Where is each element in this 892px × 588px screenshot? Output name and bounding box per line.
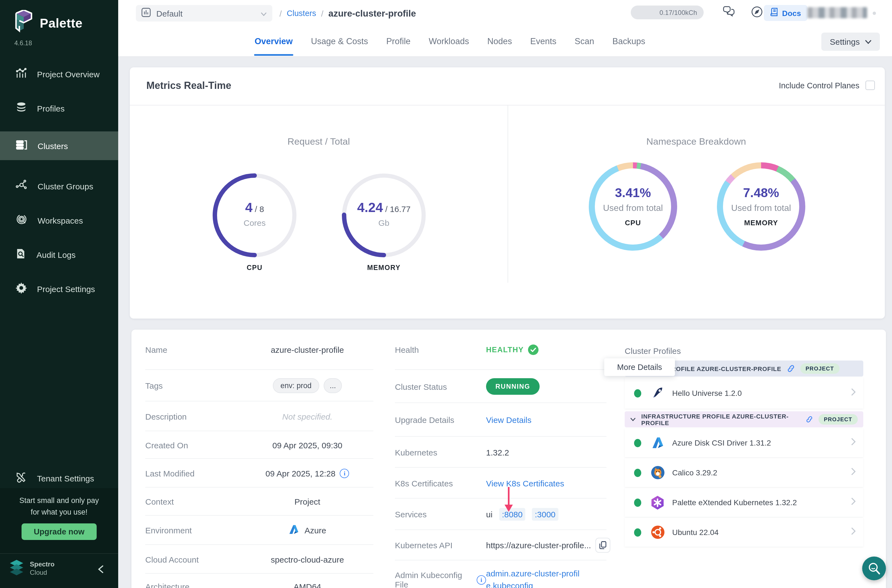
breadcrumb-clusters-link[interactable]: Clusters <box>287 9 316 18</box>
breadcrumb-separator: / <box>321 9 323 18</box>
tab-overview[interactable]: Overview <box>254 27 293 56</box>
context-label: Context <box>131 497 234 506</box>
namespace-memory-percent: 7.48% <box>717 186 805 200</box>
namespace-memory-donut: 7.48% Used from total MEMORY <box>717 162 805 250</box>
tab-profile[interactable]: Profile <box>386 27 411 56</box>
sidebar-item-label: Tenant Settings <box>37 473 94 483</box>
memory-used-value: 4.24 <box>357 200 383 215</box>
tab-workloads[interactable]: Workloads <box>428 27 470 56</box>
usage-quota-pill: 0.17/100kCh <box>631 6 704 20</box>
admin-kubeconfig-link[interactable]: admin.azure-cluster-profile.kubeconfig <box>486 568 584 588</box>
tab-nodes[interactable]: Nodes <box>487 27 512 56</box>
info-icon[interactable]: i <box>477 575 486 584</box>
namespace-memory-caption: Used from total <box>717 203 805 213</box>
metrics-realtime-card: Metrics Real-Time Include Control Planes… <box>130 68 885 319</box>
include-control-planes-checkbox[interactable] <box>865 81 875 90</box>
feedback-chat-icon[interactable] <box>723 6 735 20</box>
request-total-title: Request / Total <box>130 136 508 147</box>
health-label: Health <box>381 345 486 354</box>
tab-usage-costs[interactable]: Usage & Costs <box>311 27 369 56</box>
copy-icon[interactable] <box>595 538 610 553</box>
project-select-value: Default <box>156 9 255 18</box>
status-dot <box>634 498 641 507</box>
link-icon[interactable] <box>787 365 794 372</box>
search-fab-button[interactable] <box>862 556 886 580</box>
k8s-certificates-label: K8s Certificates <box>381 478 486 488</box>
status-dot <box>634 439 641 447</box>
search-icon <box>867 562 881 575</box>
infrastructure-profile-group-header[interactable]: INFRASTRUCTURE PROFILE AZURE-CLUSTER-PRO… <box>625 411 863 428</box>
audit-logs-icon <box>15 248 27 261</box>
cpu-used-value: 4 <box>245 200 253 215</box>
page-title: azure-cluster-profile <box>328 8 416 18</box>
docs-button[interactable]: Docs <box>764 5 808 21</box>
tab-backups[interactable]: Backups <box>612 27 646 56</box>
info-icon[interactable]: i <box>340 468 349 478</box>
settings-button[interactable]: Settings <box>821 33 880 51</box>
sidebar-item-clusters[interactable]: Clusters <box>0 131 118 160</box>
chevron-right-icon <box>851 438 856 448</box>
sidebar-collapse-icon[interactable] <box>98 565 104 576</box>
calico-icon <box>650 465 665 480</box>
sidebar-item-project-overview[interactable]: Project Overview <box>0 62 118 86</box>
sidebar-item-audit-logs[interactable]: Audit Logs <box>0 242 118 267</box>
profile-pack-row-calico[interactable]: Calico 3.29.2 <box>625 458 863 487</box>
chevron-right-icon <box>851 527 856 537</box>
description-label: Description <box>131 412 234 421</box>
ubuntu-icon <box>650 525 665 540</box>
sidebar-item-tenant-settings[interactable]: Tenant Settings <box>0 466 118 490</box>
service-name: ui <box>486 510 493 519</box>
app-version: 4.6.18 <box>14 40 32 46</box>
details-left-column: Name azure-cluster-profile Tags env: pro… <box>131 330 381 588</box>
chevron-down-icon <box>630 417 636 421</box>
created-on-label: Created On <box>131 440 234 450</box>
project-scope-icon <box>141 8 151 19</box>
breadcrumb-separator: / <box>279 9 282 18</box>
service-port-3000-link[interactable]: :3000 <box>532 508 558 520</box>
kubernetes-label: Kubernetes <box>381 447 486 457</box>
cpu-unit: Cores <box>210 218 299 228</box>
check-circle-icon <box>528 345 539 355</box>
sidebar-item-project-settings[interactable]: Project Settings <box>0 277 118 301</box>
health-value: HEALTHY <box>486 346 524 354</box>
sidebar-footer: Spectro Cloud <box>0 553 118 588</box>
chevron-down-icon <box>261 8 267 18</box>
environment-label: Environment <box>131 526 234 535</box>
sidebar-item-workspaces[interactable]: Workspaces <box>0 208 118 232</box>
tab-events[interactable]: Events <box>530 27 557 56</box>
more-details-button[interactable]: More Details <box>604 358 675 376</box>
workspaces-icon <box>15 214 28 227</box>
profile-pack-row-pxk[interactable]: Palette eXtended Kubernetes 1.32.2 <box>625 488 863 517</box>
tag-env-prod[interactable]: env: prod <box>273 378 319 393</box>
cpu-gauge-label: CPU <box>210 264 299 272</box>
top-bar: Default / Clusters / azure-cluster-profi… <box>118 0 892 57</box>
service-port-8080-link[interactable]: :8080 <box>499 508 525 520</box>
brand-name: Palette <box>40 16 83 31</box>
divider <box>508 105 508 283</box>
tab-scan[interactable]: Scan <box>574 27 595 56</box>
user-name-redacted[interactable] <box>808 7 867 18</box>
namespace-cpu-caption: Used from total <box>589 203 677 213</box>
upsell-banner: Start small and only pay for what you us… <box>0 488 118 553</box>
tag-more[interactable]: ... <box>324 378 342 393</box>
memory-gauge-label: MEMORY <box>340 264 428 272</box>
palette-logo-icon <box>14 10 33 36</box>
memory-total-value: / 16.77 <box>383 204 411 214</box>
cluster-profiles-heading: Cluster Profiles <box>625 346 681 356</box>
last-modified-value: 09 Apr 2025, 12:28 <box>266 468 336 478</box>
upgrade-now-button[interactable]: Upgrade now <box>21 524 97 540</box>
compass-icon[interactable] <box>751 6 763 20</box>
view-details-link[interactable]: View Details <box>486 415 532 424</box>
profile-pack-row-ubuntu[interactable]: Ubuntu 22.04 <box>625 518 863 547</box>
link-icon[interactable] <box>806 416 813 423</box>
sidebar-item-profiles[interactable]: Profiles <box>0 96 118 120</box>
sidebar-item-cluster-groups[interactable]: Cluster Groups <box>0 174 118 198</box>
cluster-groups-icon <box>15 179 28 193</box>
profile-pack-row-hello-universe[interactable]: Hello Universe 1.2.0 <box>625 378 863 409</box>
namespace-breakdown-title: Namespace Breakdown <box>508 136 885 147</box>
view-k8s-certificates-link[interactable]: View K8s Certificates <box>486 478 564 488</box>
sidebar-item-label: Audit Logs <box>36 250 76 259</box>
profile-pack-row-azure-csi[interactable]: Azure Disk CSI Driver 1.31.2 <box>625 429 863 457</box>
sidebar-item-label: Profiles <box>37 104 65 113</box>
project-select[interactable]: Default <box>136 5 272 21</box>
